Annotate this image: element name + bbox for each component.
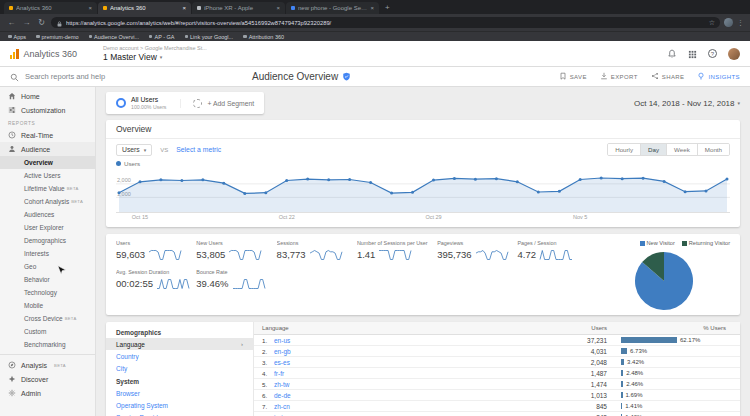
dimension-link[interactable]: es-es — [274, 359, 537, 366]
sidebar-item-cross-device[interactable]: Cross DeviceBETA — [0, 312, 95, 325]
sidebar-item-real-time[interactable]: Real-Time — [0, 128, 95, 142]
bookmark-item[interactable]: AP - GA — [149, 34, 175, 40]
sidebar-item-mobile[interactable]: Mobile — [0, 299, 95, 312]
tab-close-icon[interactable]: × — [88, 5, 92, 11]
sidebar-item-label: User Explorer — [24, 224, 64, 231]
sidebar-item-user-explorer[interactable]: User Explorer — [0, 221, 95, 234]
dimension-link[interactable]: en-gb — [274, 348, 537, 355]
metric-card-pageviews[interactable]: Pageviews395,736 — [437, 240, 517, 261]
granularity-hourly[interactable]: Hourly — [608, 144, 640, 155]
save-button[interactable]: SAVE — [559, 72, 587, 81]
breakdown-item-browser[interactable]: Browser — [106, 387, 253, 399]
insights-button[interactable]: INSIGHTS — [697, 72, 740, 81]
add-segment-button[interactable]: + Add Segment — [180, 99, 254, 108]
bookmark-item[interactable]: premium-demo — [36, 34, 78, 40]
sidebar-item-lifetime-value[interactable]: Lifetime ValueBETA — [0, 182, 95, 195]
sidebar-item-benchmarking[interactable]: Benchmarking — [0, 338, 95, 351]
select-metric-link[interactable]: Select a metric — [176, 146, 221, 153]
dimension-link[interactable]: en-us — [274, 337, 537, 344]
column-header-users[interactable]: % Users — [607, 325, 732, 331]
dimension-link[interactable]: fr-fr — [274, 370, 537, 377]
column-header-users[interactable]: Users — [537, 325, 607, 331]
column-header-language[interactable]: Language — [262, 325, 537, 331]
user-avatar[interactable] — [728, 48, 740, 60]
sidebar-item-audiences[interactable]: Audiences — [0, 208, 95, 221]
sidebar-item-active-users[interactable]: Active Users — [0, 169, 95, 182]
notifications-bell-icon[interactable] — [667, 45, 677, 63]
sidebar-item-discover[interactable]: Discover — [0, 372, 95, 386]
browser-profile-avatar[interactable] — [724, 18, 733, 27]
x-axis-label: Oct 15 — [132, 214, 148, 220]
visitor-pie-chart[interactable] — [632, 249, 696, 313]
metric-card-users[interactable]: Users59,603 — [116, 240, 196, 261]
share-button[interactable]: SHARE — [651, 72, 685, 81]
browser-tab[interactable]: Analytics 360× — [98, 2, 191, 14]
bookmark-star-icon[interactable]: ☆ — [709, 19, 715, 26]
export-icon — [600, 72, 608, 81]
tab-close-icon[interactable]: × — [182, 5, 186, 11]
users-line-chart[interactable]: 1,0002,000 — [116, 169, 730, 213]
metric-value: 53,805 — [196, 249, 225, 260]
forward-button[interactable]: → — [21, 19, 32, 27]
sidebar-item-interests[interactable]: Interests — [0, 247, 95, 260]
metric-card-avg-session-duration[interactable]: Avg. Session Duration00:02:55 — [116, 269, 196, 290]
export-button[interactable]: EXPORT — [600, 72, 638, 81]
dimension-link[interactable]: zh-cn — [274, 403, 537, 410]
browser-tab[interactable]: new phone - Google Search× — [286, 2, 379, 14]
metric-card-number-of-sessions-per-user[interactable]: Number of Sessions per User1.41 — [357, 240, 437, 261]
tab-close-icon[interactable]: × — [276, 5, 280, 11]
breakdown-item-label: City — [116, 365, 127, 372]
sidebar-item-cohort-analysis[interactable]: Cohort AnalysisBETA — [0, 195, 95, 208]
browser-tab[interactable]: iPhone XR - Apple× — [192, 2, 285, 14]
bookmark-item[interactable]: Apps — [8, 34, 26, 40]
browser-tab[interactable]: Analytics 360× — [4, 2, 97, 14]
browser-menu-icon[interactable]: ⋮ — [737, 19, 744, 26]
breakdown-item-language[interactable]: Language› — [106, 338, 253, 350]
legend-label: Returning Visitor — [689, 240, 730, 246]
dimension-link[interactable]: de-de — [274, 392, 537, 399]
back-button[interactable]: ← — [6, 19, 17, 27]
bookmark-item[interactable]: Attribution 360 — [243, 34, 284, 40]
account-breadcrumb: Demo account > Google Merchandise St... — [103, 45, 207, 52]
sidebar-item-custom[interactable]: Custom — [0, 325, 95, 338]
sidebar-item-behavior[interactable]: Behavior — [0, 273, 95, 286]
granularity-week[interactable]: Week — [666, 144, 697, 155]
sidebar-item-overview[interactable]: Overview — [0, 156, 95, 169]
sidebar-item-customization[interactable]: Customization — [0, 103, 95, 117]
sidebar-item-geo[interactable]: Geo — [0, 260, 95, 273]
metric-card-pages-session[interactable]: Pages / Session4.72 — [517, 240, 597, 261]
granularity-month[interactable]: Month — [697, 144, 729, 155]
apps-grid-icon[interactable] — [688, 45, 697, 63]
metric-card-sessions[interactable]: Sessions83,773 — [277, 240, 357, 261]
help-icon[interactable]: ? — [708, 49, 717, 58]
date-range-picker[interactable]: Oct 14, 2018 - Nov 12, 2018 ▾ — [634, 99, 740, 108]
segment-all-users[interactable]: All Users 100.00% Users — [116, 96, 180, 110]
breakdown-item-country[interactable]: Country — [106, 350, 253, 362]
breakdown-item-operating-system[interactable]: Operating System — [106, 399, 253, 411]
metric-card-new-users[interactable]: New Users53,805 — [196, 240, 276, 261]
account-selector[interactable]: Demo account > Google Merchandise St... … — [103, 45, 207, 62]
pie-legend: New VisitorReturning Visitor — [640, 240, 730, 246]
sidebar-item-analysis[interactable]: AnalysisBETA — [0, 358, 95, 372]
report-content: All Users 100.00% Users + Add Segment Oc… — [96, 87, 750, 416]
metric-dropdown[interactable]: Users ▾ — [116, 144, 152, 156]
url-bar[interactable]: https://analytics.google.com/analytics/w… — [51, 17, 720, 28]
product-name: Analytics 360 — [24, 49, 78, 59]
bookmark-item[interactable]: Audience Overvi... — [89, 34, 139, 40]
search-input[interactable]: Search reports and help — [0, 67, 238, 86]
users-value: 37,231 — [537, 337, 607, 344]
breakdown-item-service-provider[interactable]: Service Provider — [106, 411, 253, 416]
dimension-link[interactable]: zh-tw — [274, 381, 537, 388]
sidebar-item-audience[interactable]: Audience — [0, 142, 95, 156]
tab-close-icon[interactable]: × — [370, 5, 374, 11]
sidebar-item-admin[interactable]: Admin — [0, 386, 95, 400]
metric-card-bounce-rate[interactable]: Bounce Rate39.46% — [196, 269, 276, 290]
breakdown-item-city[interactable]: City — [106, 362, 253, 374]
sidebar-item-technology[interactable]: Technology — [0, 286, 95, 299]
sidebar-item-home[interactable]: Home — [0, 89, 95, 103]
reload-button[interactable]: ↻ — [36, 19, 47, 27]
bookmark-item[interactable]: Link your Googl... — [185, 34, 234, 40]
sidebar-item-demographics[interactable]: Demographics — [0, 234, 95, 247]
new-tab-button[interactable]: + — [385, 4, 390, 12]
granularity-day[interactable]: Day — [640, 144, 666, 155]
